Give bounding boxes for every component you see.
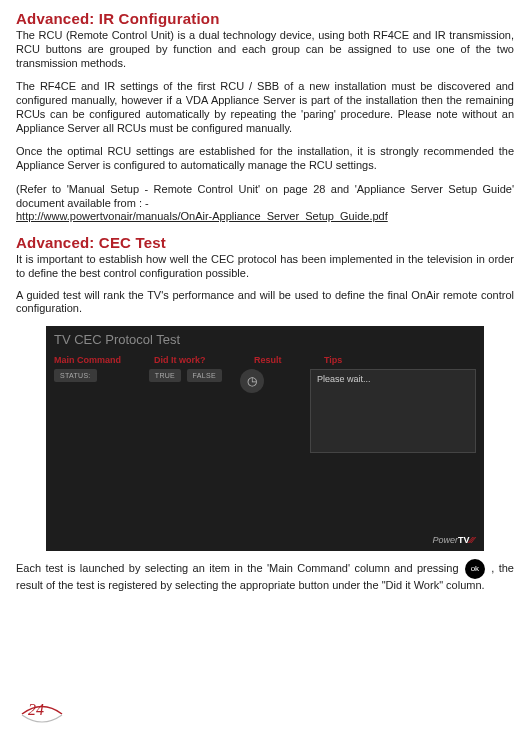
heading-cec: Advanced: CEC Test [16,234,514,251]
cec-paragraph-1: It is important to establish how well th… [16,253,514,281]
ir-paragraph-4: (Refer to 'Manual Setup - Remote Control… [16,183,514,224]
header-did-it-work: Did It work? [154,355,254,365]
status-button[interactable]: STATUS: [54,369,97,382]
true-button[interactable]: TRUE [149,369,181,382]
launch-paragraph: Each test is launched by selecting an it… [16,559,514,593]
false-button[interactable]: FALSE [187,369,222,382]
brand-logo: PowerTV⁄⁄⁄ [432,535,474,545]
page-footer: 24 [28,701,44,719]
header-tips: Tips [324,355,476,365]
heading-ir: Advanced: IR Configuration [16,10,514,27]
cec-paragraph-2: A guided test will rank the TV's perform… [16,289,514,317]
launch-text-1: Each test is launched by selecting an it… [16,562,463,574]
ir-paragraph-2: The RF4CE and IR settings of the first R… [16,80,514,135]
header-main-command: Main Command [54,355,154,365]
ir-paragraph-3: Once the optimal RCU settings are establ… [16,145,514,173]
clock-icon: ◷ [247,375,257,387]
brand-power: Power [432,535,458,545]
brand-tv: TV [458,535,470,545]
brand-swoosh-icon: ⁄⁄⁄ [469,535,474,545]
cec-protocol-test-panel: TV CEC Protocol Test Main Command Did It… [46,326,484,551]
ok-button-icon: ok [465,559,485,579]
result-indicator: ◷ [240,369,264,393]
panel-column-headers: Main Command Did It work? Result Tips [46,355,484,369]
tips-box: Please wait... [310,369,476,453]
header-result: Result [254,355,324,365]
ir-paragraph-1: The RCU (Remote Control Unit) is a dual … [16,29,514,70]
panel-row: STATUS: TRUE FALSE ◷ Please wait... [46,369,484,453]
appliance-server-guide-link[interactable]: http://www.powertvonair/manuals/OnAir-Ap… [16,210,388,222]
panel-title: TV CEC Protocol Test [46,326,484,355]
page-number: 24 [28,701,44,719]
ir-paragraph-4-text: (Refer to 'Manual Setup - Remote Control… [16,183,514,209]
